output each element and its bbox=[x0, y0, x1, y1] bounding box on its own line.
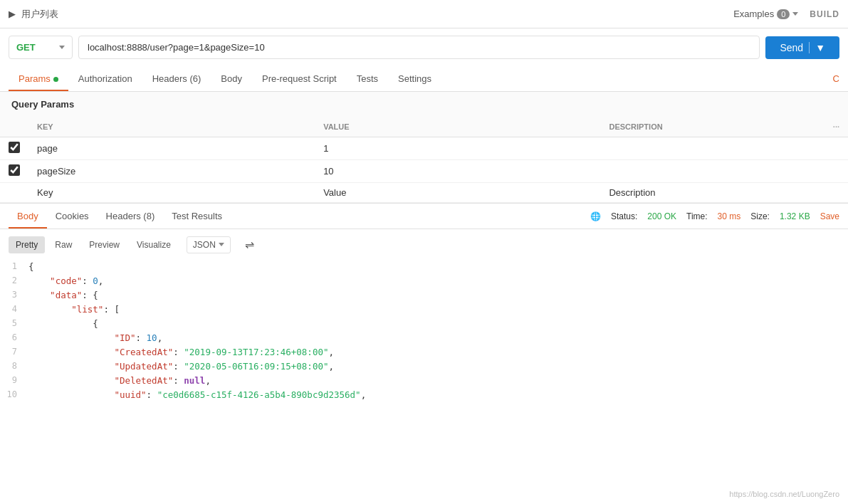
row1-desc bbox=[600, 137, 806, 160]
send-dropdown-icon[interactable]: ▼ bbox=[809, 42, 825, 53]
col-header-value: VALUE bbox=[315, 117, 600, 137]
query-params-section: Query Params KEY VALUE DESCRIPTION ··· p… bbox=[0, 92, 848, 203]
tab-tests[interactable]: Tests bbox=[347, 66, 388, 91]
triangle-icon: ▶ bbox=[9, 9, 16, 19]
col-header-key: KEY bbox=[28, 117, 315, 137]
status-value: 200 OK bbox=[647, 211, 676, 221]
col-header-desc: DESCRIPTION bbox=[600, 117, 806, 137]
tab-authorization[interactable]: Authorization bbox=[68, 66, 142, 91]
response-tab-body[interactable]: Body bbox=[9, 204, 47, 229]
method-selector[interactable]: GET bbox=[9, 36, 73, 59]
page-title: 用户列表 bbox=[21, 8, 58, 21]
format-label: JSON bbox=[193, 240, 216, 250]
code-line-7: 7 "CreatedAt": "2019-09-13T17:23:46+08:0… bbox=[0, 345, 848, 359]
build-button[interactable]: BUILD bbox=[810, 9, 839, 19]
send-label: Send bbox=[780, 42, 803, 53]
tab-body[interactable]: Body bbox=[211, 66, 252, 91]
view-preview[interactable]: Preview bbox=[82, 236, 127, 253]
top-bar-actions: Examples 0 BUILD bbox=[733, 9, 839, 19]
tab-prerequest[interactable]: Pre-request Script bbox=[252, 66, 347, 91]
response-meta: 🌐 Status: 200 OK Time: 30 ms Size: 1.32 … bbox=[590, 211, 839, 221]
col-header-actions: ··· bbox=[807, 117, 848, 137]
size-label: Size: bbox=[750, 211, 770, 221]
code-line-5: 5 { bbox=[0, 317, 848, 331]
view-visualize[interactable]: Visualize bbox=[130, 236, 178, 253]
chevron-down-icon bbox=[792, 12, 798, 16]
code-line-10: 10 "uuid": "ce0d6685-c15f-4126-a5b4-890b… bbox=[0, 388, 848, 402]
examples-label: Examples bbox=[733, 9, 774, 19]
response-tabs: Body Cookies Headers (8) Test Results 🌐 … bbox=[0, 204, 848, 229]
row2-desc bbox=[600, 160, 806, 183]
status-label: Status: bbox=[611, 211, 637, 221]
breadcrumb: ▶ 用户列表 bbox=[9, 8, 58, 21]
top-bar: ▶ 用户列表 Examples 0 BUILD bbox=[0, 0, 848, 28]
response-tab-cookies[interactable]: Cookies bbox=[47, 204, 98, 229]
row1-key: page bbox=[28, 137, 315, 160]
code-line-6: 6 "ID": 10, bbox=[0, 331, 848, 345]
code-line-8: 8 "UpdatedAt": "2020-05-06T16:09:15+08:0… bbox=[0, 359, 848, 374]
code-line-3: 3 "data": { bbox=[0, 288, 848, 303]
url-input[interactable] bbox=[78, 36, 760, 59]
url-bar: GET Send ▼ bbox=[0, 28, 848, 66]
format-selector[interactable]: JSON bbox=[187, 236, 231, 253]
tab-headers[interactable]: Headers (6) bbox=[142, 66, 211, 91]
response-toolbar: Pretty Raw Preview Visualize JSON ⇌ bbox=[0, 229, 848, 260]
tab-params[interactable]: Params bbox=[9, 66, 68, 91]
globe-icon: 🌐 bbox=[590, 211, 601, 221]
send-button[interactable]: Send ▼ bbox=[765, 36, 839, 59]
code-line-9: 9 "DeletedAt": null, bbox=[0, 374, 848, 388]
examples-count: 0 bbox=[777, 9, 790, 19]
row2-key: pageSize bbox=[28, 160, 315, 183]
code-line-2: 2 "code": 0, bbox=[0, 274, 848, 288]
time-value: 30 ms bbox=[718, 211, 741, 221]
query-params-header: Query Params bbox=[0, 92, 848, 117]
params-table: KEY VALUE DESCRIPTION ··· page 1 pageSiz… bbox=[0, 117, 848, 203]
wrap-button[interactable]: ⇌ bbox=[239, 235, 260, 254]
row1-value: 1 bbox=[315, 137, 600, 160]
save-button[interactable]: Save bbox=[820, 211, 839, 221]
row1-checkbox[interactable] bbox=[9, 142, 20, 153]
response-section: Body Cookies Headers (8) Test Results 🌐 … bbox=[0, 203, 848, 402]
view-raw[interactable]: Raw bbox=[48, 236, 79, 253]
placeholder-desc[interactable]: Description bbox=[600, 183, 806, 203]
tab-settings[interactable]: Settings bbox=[388, 66, 441, 91]
placeholder-key[interactable]: Key bbox=[28, 183, 315, 203]
examples-button[interactable]: Examples 0 bbox=[733, 9, 798, 19]
placeholder-value[interactable]: Value bbox=[315, 183, 600, 203]
request-tabs: Params Authorization Headers (6) Body Pr… bbox=[0, 66, 848, 92]
code-line-4: 4 "list": [ bbox=[0, 303, 848, 317]
row2-value: 10 bbox=[315, 160, 600, 183]
tab-overflow[interactable]: C bbox=[833, 73, 839, 84]
time-label: Time: bbox=[686, 211, 708, 221]
response-tab-testresults[interactable]: Test Results bbox=[163, 204, 231, 229]
format-chevron-icon bbox=[219, 243, 224, 246]
view-pretty[interactable]: Pretty bbox=[9, 236, 45, 253]
response-tab-headers[interactable]: Headers (8) bbox=[98, 204, 164, 229]
response-body: 1 { 2 "code": 0, 3 "data": { 4 "list": [… bbox=[0, 260, 848, 402]
params-dot bbox=[53, 77, 58, 82]
method-chevron-icon bbox=[59, 46, 65, 49]
table-row-placeholder: Key Value Description bbox=[0, 183, 848, 203]
table-row: page 1 bbox=[0, 137, 848, 160]
row2-checkbox[interactable] bbox=[9, 164, 20, 176]
code-line-1: 1 { bbox=[0, 260, 848, 274]
table-row: pageSize 10 bbox=[0, 160, 848, 183]
method-label: GET bbox=[16, 42, 36, 53]
size-value: 1.32 KB bbox=[780, 211, 810, 221]
